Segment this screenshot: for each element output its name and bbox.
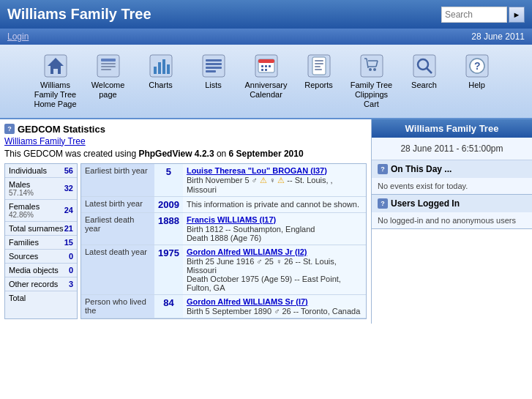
users-logged-in-section: ? Users Logged In No logged-in and no an… [372, 195, 532, 229]
family-tree-link[interactable]: Williams Family Tree [4, 136, 367, 146]
nav-item-home[interactable]: Williams Family Tree Home Page [31, 49, 80, 113]
nav-item-anniversary[interactable]: Anniversary Calendar [241, 49, 291, 113]
nav-label-welcome: Welcome page [86, 81, 131, 100]
login-bar: Login 28 June 2011 [0, 29, 532, 45]
header-date: 28 June 2011 [471, 31, 525, 42]
svg-rect-27 [315, 60, 323, 61]
nav-item-search[interactable]: Search [400, 49, 449, 113]
home-icon [42, 53, 69, 79]
stat-year: 5 [154, 164, 183, 197]
search-area: ► [441, 7, 525, 23]
nav-item-family-tree-cart[interactable]: Family Tree Clippings Cart [347, 49, 397, 113]
svg-rect-16 [206, 70, 216, 72]
nav-item-welcome[interactable]: Welcome page [83, 49, 133, 113]
table-row: Latest death year 1975 Gordon Alfred WIL… [81, 245, 366, 294]
welcome-icon [95, 53, 121, 79]
person-detail: This information is private and cannot b… [187, 200, 362, 209]
stat-detail: Francis WILLIAMS (I17) Birth 1812 -- Sou… [183, 212, 366, 245]
svg-rect-10 [162, 59, 165, 74]
on-this-day-body: No events exist for today. [372, 178, 532, 194]
stat-other: Other records 3 [5, 277, 77, 291]
main-content: ? GEDCOM Statistics Williams Family Tree… [0, 119, 532, 324]
svg-rect-5 [101, 66, 116, 67]
stat-individuals: Individuals 56 [5, 164, 77, 178]
stats-table: Earliest birth year 5 Louise Theresa "Lo… [81, 164, 366, 318]
on-this-day-help-icon: ? [378, 164, 388, 174]
family-tree-cart-icon [359, 53, 385, 79]
stat-detail: Gordon Alfred WILLIAMS Jr (I2) Birth 25 … [183, 245, 366, 294]
left-stats-panel: Individuals 56 Males 57.14% 32 Females 4… [4, 163, 78, 319]
svg-rect-20 [261, 65, 263, 67]
stat-detail: Louise Theresa "Lou" BROGAN (I37) Birth … [183, 164, 366, 197]
help-icon: ? [464, 53, 490, 79]
svg-rect-8 [154, 67, 157, 74]
stat-category: Person who lived the [81, 294, 154, 318]
person-link[interactable]: Louise Theresa "Lou" BROGAN (I37) [187, 166, 327, 175]
person-detail: Birth 25 June 1916 ♂ 25 ♀ 26 -- St. Loui… [187, 257, 362, 292]
on-this-day-header: ? On This Day ... [372, 160, 532, 178]
person-detail: Birth November 5 ♂ ⚠ ♀ ⚠ -- St. Louis, ,… [187, 176, 362, 194]
stat-detail: Gordon Alfred WILLIAMS Sr (I7) Birth 5 S… [183, 294, 366, 318]
svg-rect-30 [315, 69, 322, 70]
login-link[interactable]: Login [7, 31, 29, 42]
svg-rect-28 [315, 63, 323, 64]
app-header: Williams Family Tree ► [0, 0, 532, 29]
stat-category: Earliest death year [81, 212, 154, 245]
stat-detail: This information is private and cannot b… [183, 196, 366, 212]
table-row: Person who lived the 84 Gordon Alfred WI… [81, 294, 366, 318]
nav-item-charts[interactable]: Charts [136, 49, 186, 113]
nav-label-family-tree-cart: Family Tree Clippings Cart [349, 81, 394, 110]
nav-label-home: Williams Family Tree Home Page [33, 81, 78, 110]
nav-label-search: Search [411, 81, 437, 90]
navbar: Williams Family Tree Home Page Welcome p… [0, 45, 532, 119]
nav-label-reports: Reports [304, 81, 333, 90]
search-button[interactable]: ► [509, 7, 525, 23]
table-row: Latest birth year 2009 This information … [81, 196, 366, 212]
person-detail: Birth 5 September 1890 ♂ 26 -- Toronto, … [187, 307, 362, 316]
stats-area: Individuals 56 Males 57.14% 32 Females 4… [4, 163, 367, 319]
nav-item-lists[interactable]: Lists [189, 49, 239, 113]
users-logged-in-body: No logged-in and no anonymous users [372, 212, 532, 228]
person-link[interactable]: Gordon Alfred WILLIAMS Sr (I7) [187, 297, 308, 306]
table-row: Earliest death year 1888 Francis WILLIAM… [81, 212, 366, 245]
svg-point-38 [373, 68, 376, 71]
sidebar: Williams Family Tree 28 June 2011 - 6:51… [371, 119, 532, 324]
person-link[interactable]: Francis WILLIAMS (I17) [187, 215, 276, 224]
svg-rect-9 [158, 62, 161, 74]
svg-rect-23 [261, 69, 263, 71]
svg-rect-21 [265, 65, 267, 67]
svg-rect-15 [206, 67, 222, 69]
nav-item-help[interactable]: ? Help [452, 49, 502, 113]
svg-rect-6 [101, 69, 111, 70]
person-link[interactable]: Gordon Alfred WILLIAMS Jr (I2) [187, 247, 307, 256]
stat-year: 84 [154, 294, 183, 318]
stat-males: Males 57.14% 32 [5, 178, 77, 200]
svg-text:?: ? [474, 60, 481, 72]
svg-rect-11 [167, 64, 170, 74]
gedcom-title: GEDCOM Statistics [18, 124, 105, 135]
stat-year: 1888 [154, 212, 183, 245]
users-logged-in-header: ? Users Logged In [372, 195, 532, 212]
svg-rect-3 [101, 59, 116, 61]
reports-icon [306, 53, 332, 79]
nav-item-reports[interactable]: Reports [294, 49, 344, 113]
users-logged-in-title: Users Logged In [391, 198, 460, 209]
on-this-day-section: ? On This Day ... No events exist for to… [372, 160, 532, 195]
stat-category: Latest death year [81, 245, 154, 294]
content-area: ? GEDCOM Statistics Williams Family Tree… [0, 119, 371, 324]
nav-label-lists: Lists [205, 81, 222, 90]
svg-point-37 [369, 68, 372, 71]
svg-rect-39 [413, 55, 435, 77]
sidebar-title: Williams Family Tree [372, 119, 532, 138]
nav-label-charts: Charts [149, 81, 172, 90]
charts-icon [148, 53, 174, 79]
anniversary-icon [253, 53, 280, 79]
sidebar-datetime: 28 June 2011 - 6:51:00pm [372, 138, 532, 160]
search-input[interactable] [441, 7, 507, 23]
gedcom-description: This GEDCOM was created using PhpGedView… [4, 149, 367, 159]
stat-category: Earliest birth year [81, 164, 154, 197]
person-detail: Birth 1812 -- Southampton, EnglandDeath … [187, 225, 362, 242]
stat-surnames: Total surnames 21 [5, 222, 77, 236]
on-this-day-title: On This Day ... [391, 164, 452, 174]
table-row: Earliest birth year 5 Louise Theresa "Lo… [81, 164, 366, 197]
